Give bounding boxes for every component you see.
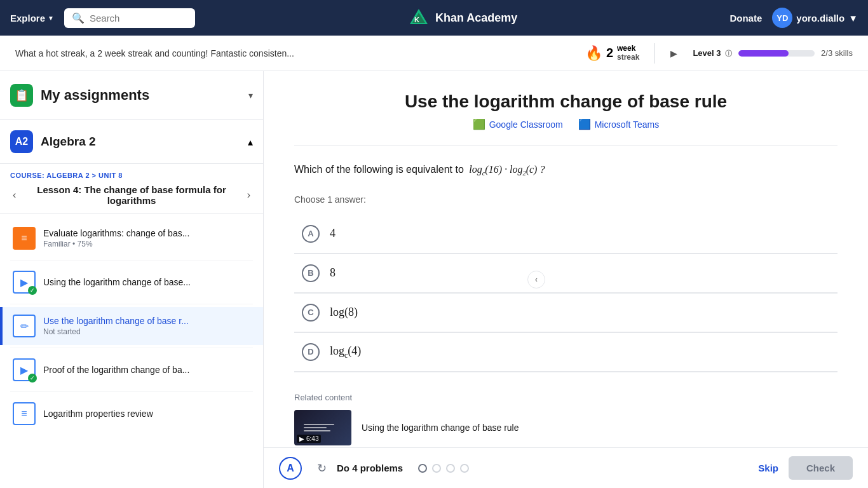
answer-option-c[interactable]: C log(8) xyxy=(294,294,837,332)
option-circle-a: A xyxy=(302,225,320,243)
algebra-collapse-icon[interactable]: ▴ xyxy=(248,136,253,148)
donate-button[interactable]: Donate xyxy=(729,13,762,24)
related-thumbnail: ▶ 6:43 xyxy=(294,410,351,445)
check-button[interactable]: Check xyxy=(789,456,853,480)
log-review-icon: ≡ xyxy=(13,402,36,425)
google-classroom-link[interactable]: 🟩 Google Classroom xyxy=(473,118,563,130)
hint-button[interactable]: A xyxy=(279,457,302,480)
toggle-sidebar-button[interactable]: ‹ xyxy=(527,271,545,288)
search-icon: 🔍 xyxy=(72,12,85,24)
hint-icon: A xyxy=(287,463,294,474)
log-review-title: Logarithm properties review xyxy=(43,409,253,419)
bottom-bar: A ↻ Do 4 problems Skip Check xyxy=(264,447,868,488)
streak-unit: week xyxy=(617,44,639,53)
navbar: Explore ▼ 🔍 K Khan Academy Donate YD yor… xyxy=(0,0,868,36)
evaluate-logs-content: Evaluate logarithms: change of bas... Fa… xyxy=(43,228,253,248)
search-bar[interactable]: 🔍 xyxy=(64,8,195,28)
assignments-icon: 📋 xyxy=(10,84,33,107)
content-main: Use the logarithm change of base rule 🟩 … xyxy=(264,71,868,447)
option-text-c: log(8) xyxy=(330,306,358,319)
answer-option-d[interactable]: D logc(4) xyxy=(294,333,837,372)
streak-sub: streak xyxy=(617,53,639,62)
sidebar-item-proof-log[interactable]: ▶ ✓ Proof of the logarithm change of ba.… xyxy=(0,351,263,389)
evaluate-logs-icon: ≡ xyxy=(13,227,36,250)
option-circle-b: B xyxy=(302,264,320,282)
use-log-rule-content: Use the logarithm change of base r... No… xyxy=(43,316,253,336)
refresh-button[interactable]: ↻ xyxy=(317,461,327,475)
sidebar-item-log-review[interactable]: ≡ Logarithm properties review xyxy=(0,395,263,433)
thumb-line-2 xyxy=(304,427,327,428)
progress-dot-4 xyxy=(460,464,469,473)
explore-menu[interactable]: Explore ▼ xyxy=(10,13,54,24)
algebra-icon: A2 xyxy=(10,130,33,153)
evaluate-logs-sub: Familiar • 75% xyxy=(43,240,253,248)
streak-message: What a hot streak, a 2 week streak and c… xyxy=(15,48,570,58)
user-menu-arrow-icon: ▼ xyxy=(848,13,858,24)
proof-log-checkmark: ✓ xyxy=(28,374,37,383)
progress-dot-3 xyxy=(446,464,455,473)
divider-4 xyxy=(10,391,253,392)
user-menu[interactable]: YD yoro.diallo ▼ xyxy=(772,8,858,28)
use-log-rule-title: Use the logarithm change of base r... xyxy=(43,316,253,326)
microsoft-teams-label: Microsoft Teams xyxy=(595,119,660,130)
level-progress-bar xyxy=(738,50,815,57)
avatar: YD xyxy=(772,8,792,28)
proof-log-title: Proof of the logarithm change of ba... xyxy=(43,365,253,375)
answer-option-a[interactable]: A 4 xyxy=(294,215,837,254)
microsoft-teams-link[interactable]: 🟦 Microsoft Teams xyxy=(578,118,660,130)
content-title: Use the logarithm change of base rule xyxy=(294,92,837,112)
progress-dot-2 xyxy=(432,464,441,473)
using-log-checkmark: ✓ xyxy=(28,286,37,295)
divider-3 xyxy=(10,348,253,348)
content-area: Use the logarithm change of base rule 🟩 … xyxy=(264,71,868,488)
content-links: 🟩 Google Classroom 🟦 Microsoft Teams xyxy=(294,118,837,130)
play-icon: ▶ xyxy=(670,48,677,58)
sidebar-item-evaluate-logs[interactable]: ≡ Evaluate logarithms: change of bas... … xyxy=(0,219,263,257)
option-text-a: 4 xyxy=(330,227,336,240)
play-small-icon: ▶ xyxy=(299,435,304,442)
related-title: Using the logarithm change of base rule xyxy=(362,423,519,433)
related-content-section: Related content ▶ 6:43 xyxy=(294,393,837,445)
algebra-header[interactable]: A2 Algebra 2 ▴ xyxy=(0,120,263,164)
sidebar-item-use-log-rule[interactable]: ✏ Use the logarithm change of base r... … xyxy=(0,307,263,345)
answer-option-b[interactable]: B 8 xyxy=(294,254,837,293)
level-skills: 2/3 skills xyxy=(821,48,853,58)
prev-lesson-button[interactable]: ‹ xyxy=(10,187,18,203)
main-layout: 📋 My assignments ▾ A2 Algebra 2 ▴ COURSE… xyxy=(0,71,868,488)
explore-label: Explore xyxy=(10,13,45,24)
google-classroom-label: Google Classroom xyxy=(489,119,563,130)
use-log-rule-icon: ✏ xyxy=(13,315,36,337)
proof-log-icon: ▶ ✓ xyxy=(13,358,36,381)
svg-text:K: K xyxy=(414,16,419,24)
divider-1 xyxy=(10,260,253,261)
search-input[interactable] xyxy=(90,13,187,24)
sidebar-item-using-log[interactable]: ▶ ✓ Using the logarithm change of base..… xyxy=(0,263,263,301)
progress-dot-1 xyxy=(418,464,427,473)
related-item[interactable]: ▶ 6:43 Using the logarithm change of bas… xyxy=(294,410,837,445)
streak-bar: What a hot streak, a 2 week streak and c… xyxy=(0,36,868,71)
assignments-header[interactable]: 📋 My assignments ▾ xyxy=(0,71,263,120)
level-section: Level 3 ⓘ 2/3 skills xyxy=(693,48,853,58)
nav-right: Donate YD yoro.diallo ▼ xyxy=(729,8,858,28)
choose-label: Choose 1 answer: xyxy=(294,194,837,205)
streak-count: 2 xyxy=(606,46,613,60)
option-circle-d: D xyxy=(302,343,320,361)
related-duration: ▶ 6:43 xyxy=(297,435,321,443)
lesson-nav: ‹ Lesson 4: The change of base formula f… xyxy=(10,184,253,206)
site-name: Khan Academy xyxy=(435,11,517,25)
skip-button[interactable]: Skip xyxy=(758,463,778,473)
assignments-title: My assignments xyxy=(41,87,241,104)
next-lesson-button[interactable]: › xyxy=(245,187,253,203)
site-logo[interactable]: K Khan Academy xyxy=(205,6,720,29)
divider-2 xyxy=(10,304,253,304)
sidebar: 📋 My assignments ▾ A2 Algebra 2 ▴ COURSE… xyxy=(0,71,264,488)
streak-badge: 🔥 2 week streak xyxy=(585,44,640,61)
proof-log-content: Proof of the logarithm change of ba... xyxy=(43,365,253,375)
related-label: Related content xyxy=(294,393,837,402)
question-formula: logc(16) · log2(c) ? xyxy=(466,164,545,175)
progress-label: Do 4 problems xyxy=(337,463,403,473)
thumb-line-1 xyxy=(304,424,334,425)
progress-dots xyxy=(418,464,469,473)
khan-academy-logo-icon: K xyxy=(407,6,430,29)
assignments-collapse-icon[interactable]: ▾ xyxy=(248,90,253,100)
